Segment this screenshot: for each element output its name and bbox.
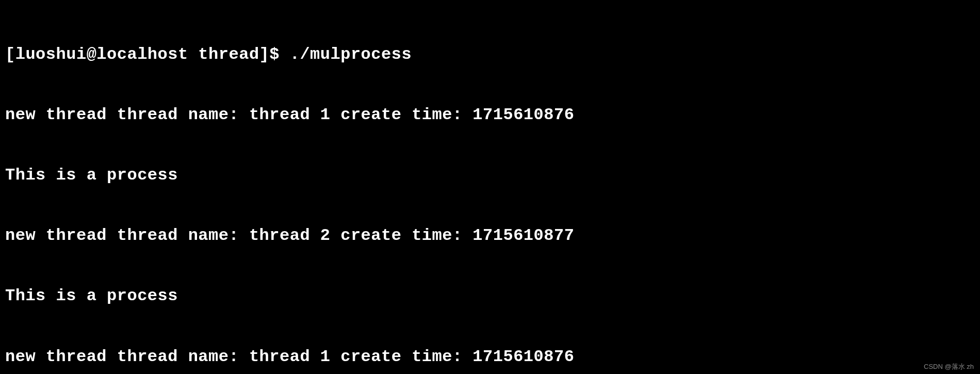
output-line: new thread thread name: thread 1 create …	[5, 105, 975, 125]
terminal-prompt-line: [luoshui@localhost thread]$ ./mulprocess	[5, 44, 975, 64]
terminal-output[interactable]: [luoshui@localhost thread]$ ./mulprocess…	[5, 4, 975, 374]
watermark-text: CSDN @落水 zh	[924, 363, 974, 371]
output-line: This is a process	[5, 165, 975, 185]
shell-prompt: [luoshui@localhost thread]$	[5, 45, 290, 64]
output-line: new thread thread name: thread 2 create …	[5, 225, 975, 246]
output-line: new thread thread name: thread 1 create …	[5, 347, 975, 367]
output-line: This is a process	[5, 286, 975, 306]
shell-command: ./mulprocess	[290, 45, 412, 64]
